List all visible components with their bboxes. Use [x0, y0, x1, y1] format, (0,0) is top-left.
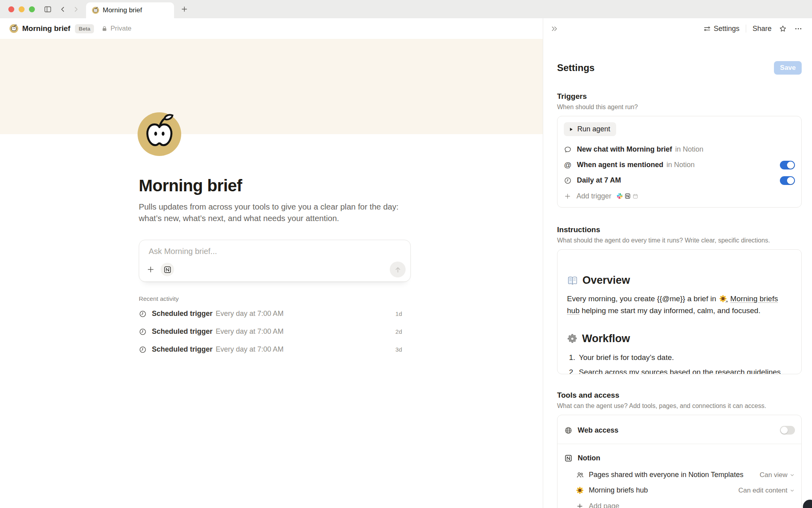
- chat-input-box[interactable]: [139, 240, 411, 282]
- tools-subtitle: What can the agent use? Add tools, pages…: [557, 402, 802, 410]
- workflow-steps: Your brief is for today’s date. Search a…: [567, 353, 792, 374]
- more-options-icon[interactable]: [794, 25, 802, 33]
- clock-icon: [139, 310, 147, 318]
- instructions-section: Instructions What should the agent do ev…: [557, 225, 802, 374]
- send-button[interactable]: [390, 262, 406, 277]
- notion-page-row[interactable]: Pages shared with everyone in Notion Tem…: [564, 467, 795, 483]
- favorite-star-icon[interactable]: [779, 25, 787, 33]
- sidebar-toggle-icon[interactable]: [44, 5, 52, 13]
- trigger-context: in Notion: [666, 161, 695, 169]
- slack-icon: [617, 193, 623, 199]
- add-trigger-row[interactable]: Add trigger: [564, 188, 795, 204]
- link-arrow-icon: [725, 300, 728, 304]
- activity-row[interactable]: Scheduled trigger Every day at 7:00 AM 3…: [139, 341, 411, 358]
- settings-tab-label: Settings: [714, 25, 739, 33]
- chat-bubble-icon: [564, 146, 572, 154]
- instructions-heading: Instructions: [557, 225, 802, 234]
- tools-heading: Tools and access: [557, 391, 802, 400]
- active-tab[interactable]: Morning brief: [86, 2, 174, 18]
- tab-title: Morning brief: [103, 6, 142, 14]
- mention-trigger-toggle[interactable]: [780, 161, 795, 169]
- minimize-window-button[interactable]: [19, 6, 25, 12]
- divider: [746, 25, 746, 33]
- lock-icon: [101, 25, 108, 32]
- activity-row[interactable]: Scheduled trigger Every day at 7:00 AM 2…: [139, 323, 411, 341]
- page-label: Pages shared with everyone in Notion Tem…: [589, 471, 743, 479]
- web-access-label: Web access: [578, 426, 619, 435]
- agent-avatar[interactable]: [138, 112, 181, 156]
- globe-icon: [564, 426, 573, 435]
- window-tab-bar: Morning brief: [0, 0, 812, 18]
- collapse-panel-icon[interactable]: [550, 25, 559, 33]
- new-tab-button[interactable]: [180, 5, 188, 13]
- notion-label: Notion: [578, 454, 600, 462]
- clock-icon: [139, 328, 147, 336]
- sliders-icon: [703, 25, 711, 33]
- trigger-context: in Notion: [675, 145, 703, 154]
- web-access-row[interactable]: Web access: [564, 421, 795, 440]
- settings-tab-button[interactable]: Settings: [703, 25, 739, 33]
- trigger-row-daily[interactable]: Daily at 7 AM: [564, 173, 795, 188]
- web-access-toggle[interactable]: [780, 426, 795, 435]
- plus-icon: [576, 502, 584, 508]
- activity-title: Scheduled trigger: [152, 345, 213, 354]
- permission-dropdown[interactable]: Can view: [760, 471, 795, 479]
- notion-connection-row[interactable]: Notion: [564, 449, 795, 467]
- add-page-label: Add page: [589, 502, 619, 508]
- activity-detail: Every day at 7:00 AM: [216, 327, 283, 336]
- attach-plus-icon[interactable]: [146, 265, 155, 274]
- overview-heading: Overview: [582, 274, 630, 287]
- settings-body: Settings Save Triggers When should this …: [543, 61, 812, 508]
- trigger-row-new-chat[interactable]: New chat with Morning brief in Notion: [564, 142, 795, 157]
- trigger-label: Daily at 7 AM: [577, 176, 621, 185]
- window-controls: [8, 6, 35, 12]
- zoom-window-button[interactable]: [29, 6, 35, 12]
- breadcrumb-title[interactable]: Morning brief: [22, 24, 70, 33]
- apple-page-icon: [92, 7, 99, 14]
- activity-title: Scheduled trigger: [152, 327, 213, 336]
- tools-card: Web access Notion Pages shared with ever…: [557, 415, 802, 508]
- permission-dropdown[interactable]: Can edit content: [738, 487, 795, 495]
- chevron-down-icon: [789, 472, 795, 478]
- recent-activity: Recent activity Scheduled trigger Every …: [139, 295, 411, 358]
- instructions-editor[interactable]: Overview Every morning, you create {{@me…: [557, 249, 802, 374]
- share-button[interactable]: Share: [753, 25, 772, 33]
- triggers-subtitle: When should this agent run?: [557, 104, 802, 111]
- ask-input[interactable]: [148, 246, 402, 256]
- trigger-source-icons: [617, 193, 638, 199]
- activity-age: 3d: [395, 346, 411, 353]
- settings-panel: Settings Share Settings Save Tr: [543, 18, 812, 508]
- activity-row[interactable]: Scheduled trigger Every day at 7:00 AM 1…: [139, 305, 411, 323]
- settings-heading: Settings: [557, 62, 595, 73]
- activity-age: 1d: [395, 310, 411, 317]
- notion-page-row[interactable]: Morning briefs hub Can edit content: [564, 483, 795, 498]
- page-content: Morning brief Pulls updates from across …: [139, 176, 411, 358]
- daily-trigger-toggle[interactable]: [780, 176, 795, 185]
- agent-page: Morning brief Beta Private Morning brief…: [0, 18, 543, 508]
- page-header: Morning brief Beta Private: [0, 18, 543, 39]
- instructions-subtitle: What should the agent do every time it r…: [557, 237, 802, 244]
- people-icon: [576, 471, 584, 479]
- page-cover: [0, 39, 543, 134]
- play-icon: [568, 127, 574, 132]
- overview-paragraph: Every morning, you create {{@me}} a brie…: [567, 293, 792, 317]
- overview-heading-row: Overview: [567, 274, 792, 287]
- chat-input-toolbar: [146, 262, 406, 277]
- trigger-label: New chat with Morning brief: [577, 145, 672, 154]
- save-button[interactable]: Save: [774, 61, 802, 75]
- back-icon[interactable]: [59, 6, 67, 13]
- notion-context-icon[interactable]: [161, 263, 174, 276]
- workflow-step: Your brief is for today’s date.: [577, 353, 792, 362]
- sunflower-page-icon: [719, 295, 727, 302]
- open-book-icon: [567, 275, 578, 286]
- triggers-card: Run agent New chat with Morning brief in…: [557, 116, 802, 208]
- gear-icon: [567, 333, 578, 344]
- calendar-icon: [632, 193, 638, 199]
- page-title: Morning brief: [139, 176, 411, 195]
- add-page-row[interactable]: Add page: [564, 498, 795, 508]
- clock-icon: [564, 177, 572, 185]
- close-window-button[interactable]: [8, 6, 14, 12]
- trigger-row-mention[interactable]: @ When agent is mentioned in Notion: [564, 157, 795, 173]
- run-agent-button[interactable]: Run agent: [564, 122, 616, 136]
- activity-age: 2d: [395, 328, 411, 335]
